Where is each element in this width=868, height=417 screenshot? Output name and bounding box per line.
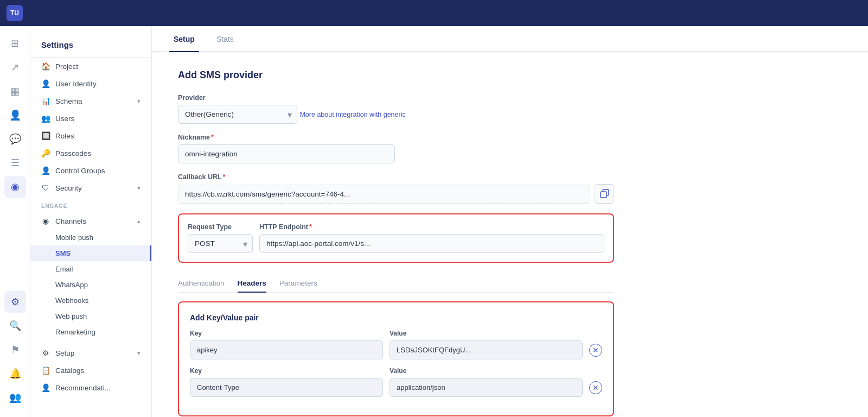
security-chevron-icon: ▾ [137, 185, 141, 192]
sidebar-item-project[interactable]: 🏠 Project [30, 58, 151, 75]
sidebar-item-control-groups[interactable]: 👤 Control Groups [30, 162, 151, 179]
key-label-2: Key [190, 367, 383, 375]
callback-row [178, 184, 614, 204]
nickname-required: * [211, 134, 214, 141]
sidebar-item-label: Security [55, 184, 82, 192]
key-input-1[interactable] [190, 340, 383, 359]
provider-select[interactable]: Other(Generic) Twilio Nexmo AWS SNS [178, 105, 297, 124]
sidebar-icon-grid[interactable]: ⊞ [4, 33, 26, 54]
sidebar-item-channels[interactable]: ◉ Channels ▴ [30, 212, 151, 230]
sidebar-item-security[interactable]: 🛡 Security ▾ [30, 179, 151, 197]
sidebar-item-schema[interactable]: 📊 Schema ▾ [30, 92, 151, 110]
main-content: Setup Stats Add SMS provider Provider Ot… [152, 26, 868, 417]
roles-icon: 🔲 [41, 131, 50, 140]
setup-icon: ⚙ [41, 349, 50, 357]
svg-rect-0 [601, 192, 607, 198]
settings-title: Settings [30, 33, 151, 58]
kv-inputs-1: ✕ [190, 340, 602, 359]
sidebar-icon-chart[interactable]: ↗ [4, 56, 26, 78]
channels-icon: ◉ [41, 217, 50, 225]
kv-pair-1: Key Value ✕ [190, 330, 602, 359]
copy-button[interactable] [595, 184, 614, 204]
sidebar-item-passcodes[interactable]: 🔑 Passcodes [30, 144, 151, 162]
sidebar-item-catalogs[interactable]: 📋 Catalogs [30, 362, 151, 379]
key-input-2[interactable] [190, 378, 383, 397]
catalogs-icon: 📋 [41, 366, 50, 375]
sidebar-item-setup[interactable]: ⚙ Setup ▾ [30, 344, 151, 362]
tab-stats[interactable]: Stats [212, 26, 238, 52]
provider-field-group: Provider Other(Generic) Twilio Nexmo AWS… [178, 94, 614, 124]
tab-parameters[interactable]: Parameters [279, 274, 317, 293]
kv-labels-row: Key Value [190, 330, 602, 337]
recommendations-icon: 👤 [41, 383, 50, 392]
http-endpoint-label: HTTP Endpoint* [259, 223, 604, 231]
sidebar-icon-users[interactable]: 👤 [4, 104, 26, 126]
user-identity-icon: 👤 [41, 79, 50, 88]
setup-chevron-icon: ▾ [137, 350, 141, 357]
sidebar-item-label: Recommendati... [55, 384, 111, 392]
request-type-select[interactable]: POST GET [188, 234, 253, 253]
sidebar-item-label: Schema [55, 97, 82, 105]
webhooks-label: Webhooks [55, 296, 88, 305]
sidebar-icon-settings[interactable]: ⚙ [4, 291, 26, 313]
callback-url-input[interactable] [178, 185, 590, 204]
channels-chevron-icon: ▴ [137, 218, 141, 225]
sms-label: SMS [55, 249, 71, 257]
provider-label: Provider [178, 94, 614, 102]
callback-required: * [223, 173, 226, 181]
remove-pair-2-button[interactable]: ✕ [589, 381, 602, 394]
sidebar-item-recommendations[interactable]: 👤 Recommendati... [30, 379, 151, 396]
tab-headers[interactable]: Headers [238, 274, 266, 293]
nav-sidebar: Settings 🏠 Project 👤 User Identity 📊 Sch… [30, 26, 152, 417]
nickname-label: Nickname* [178, 134, 614, 141]
nickname-input[interactable] [178, 144, 395, 163]
sidebar-icon-list[interactable]: ☰ [4, 152, 26, 174]
sidebar-subitem-whatsapp[interactable]: WhatsApp [30, 277, 151, 293]
avatar[interactable]: TU [7, 5, 23, 21]
tab-authentication[interactable]: Authentication [178, 274, 225, 293]
value-input-2[interactable] [390, 378, 583, 397]
sidebar-icon-bell[interactable]: 🔔 [4, 363, 26, 384]
more-info-link[interactable]: More about integration with generic [299, 111, 405, 118]
tab-setup[interactable]: Setup [169, 26, 199, 52]
sidebar-icon-engage[interactable]: ◉ [4, 176, 26, 198]
schema-icon: 📊 [41, 97, 50, 105]
security-icon: 🛡 [41, 184, 50, 192]
kv-pair-2: Key Value ✕ [190, 367, 602, 397]
request-type-label: Request Type [188, 223, 253, 231]
value-input-1[interactable] [390, 340, 583, 359]
sidebar-item-label: Control Groups [55, 167, 105, 175]
sidebar-item-user-identity[interactable]: 👤 User Identity [30, 75, 151, 92]
sidebar-icon-bar[interactable]: ▦ [4, 80, 26, 102]
sidebar-icon-chat[interactable]: 💬 [4, 128, 26, 150]
sidebar-item-label: Setup [55, 349, 74, 357]
sidebar-subitem-web-push[interactable]: Web push [30, 308, 151, 324]
tabs-bar: Setup Stats [152, 26, 868, 52]
callback-url-label: Callback URL* [178, 173, 614, 181]
request-type-group: Request Type POST GET [188, 223, 253, 253]
sidebar-icon-people[interactable]: 👥 [4, 387, 26, 408]
request-type-select-wrapper: POST GET [188, 234, 253, 253]
http-endpoint-input[interactable] [259, 234, 604, 253]
sidebar-subitem-remarketing[interactable]: Remarketing [30, 324, 151, 340]
copy-icon [599, 188, 610, 199]
icon-sidebar: ⊞ ↗ ▦ 👤 💬 ☰ ◉ ⚙ 🔍 ⚑ 🔔 👥 [0, 26, 30, 417]
remarketing-label: Remarketing [55, 328, 95, 336]
sidebar-item-users[interactable]: 👥 Users [30, 110, 151, 127]
sidebar-subitem-email[interactable]: Email [30, 261, 151, 277]
http-endpoint-group: HTTP Endpoint* [259, 223, 604, 253]
sidebar-item-label: Catalogs [55, 367, 84, 375]
sidebar-icon-flag[interactable]: ⚑ [4, 339, 26, 361]
sidebar-item-label: Users [55, 115, 74, 123]
kv-labels-row-2: Key Value [190, 367, 602, 375]
sidebar-subitem-webhooks[interactable]: Webhooks [30, 293, 151, 308]
provider-select-wrapper: Other(Generic) Twilio Nexmo AWS SNS [178, 105, 297, 124]
sidebar-item-roles[interactable]: 🔲 Roles [30, 127, 151, 144]
sidebar-subitem-sms[interactable]: SMS [30, 245, 151, 261]
kv-inputs-2: ✕ [190, 378, 602, 397]
remove-pair-1-button[interactable]: ✕ [589, 344, 602, 357]
sidebar-icon-search[interactable]: 🔍 [4, 315, 26, 337]
sidebar-item-label: Channels [55, 217, 86, 225]
sidebar-subitem-mobile-push[interactable]: Mobile push [30, 230, 151, 245]
chevron-icon: ▾ [137, 98, 141, 105]
